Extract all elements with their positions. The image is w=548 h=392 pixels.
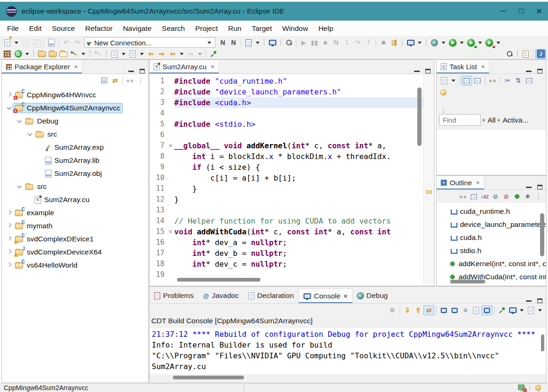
focus-workweek-icon[interactable]: ●●: [487, 76, 498, 86]
forward-history-icon[interactable]: ⇨: [185, 49, 196, 59]
open-task-icon[interactable]: [405, 38, 416, 48]
tab-task-list[interactable]: Task List ×: [437, 60, 489, 73]
tree-item-sum2array-obj[interactable]: Sum2Array.obj: [2, 167, 148, 180]
pin-console-icon[interactable]: [481, 305, 492, 315]
tab-package-explorer[interactable]: Package Explorer ×: [2, 60, 82, 73]
open-task-dropdown[interactable]: [418, 42, 422, 44]
back-history-dropdown[interactable]: [180, 53, 184, 55]
task-filter-all[interactable]: All: [488, 116, 496, 124]
console-horizontal-scrollbar[interactable]: [173, 376, 244, 379]
fold-marker-icon[interactable]: ⊖: [167, 140, 174, 151]
categorized-view-icon[interactable]: [461, 76, 472, 86]
forward-history-dropdown[interactable]: [198, 53, 202, 55]
hide-fields-icon[interactable]: ⊘: [490, 192, 501, 202]
new-task-icon[interactable]: [439, 76, 450, 86]
minimize-outline-icon[interactable]: [526, 187, 532, 188]
tab-outline[interactable]: Outline ×: [437, 176, 484, 189]
step-return-icon[interactable]: ⤴: [363, 38, 374, 48]
new-wizard-dropdown[interactable]: [15, 42, 18, 44]
scheduled-view-icon[interactable]: [472, 76, 483, 86]
focus-on-active-task-icon[interactable]: ●●: [125, 76, 135, 86]
group-by-owner-icon[interactable]: ⇅: [513, 76, 524, 86]
menu-search[interactable]: Search: [157, 21, 190, 36]
maximize-button[interactable]: □: [512, 2, 530, 21]
no-inspect-icon[interactable]: [283, 38, 294, 48]
menu-project[interactable]: Project: [190, 21, 223, 36]
hide-inactive-icon[interactable]: ✳: [522, 192, 533, 202]
display-selected-console-icon[interactable]: [507, 305, 518, 315]
tab-debug[interactable]: Debug: [353, 288, 392, 303]
collapse-all-tasks-icon[interactable]: [524, 76, 534, 86]
chevron-down-icon[interactable]: [27, 131, 33, 138]
type-hierarchy-icon[interactable]: [127, 49, 138, 59]
type-hierarchy-dropdown[interactable]: [140, 53, 144, 55]
collapse-all-icon[interactable]: [99, 76, 110, 86]
terminate-icon[interactable]: ■: [320, 38, 331, 48]
minimize-task-list-icon[interactable]: [526, 71, 532, 72]
chevron-down-icon[interactable]: [16, 118, 23, 124]
profile-run-icon[interactable]: [484, 38, 495, 48]
debug-dropdown[interactable]: [442, 42, 445, 44]
build-binary-icon[interactable]: [46, 38, 57, 48]
menu-window[interactable]: Window: [277, 21, 313, 36]
display-console-dropdown[interactable]: [520, 309, 524, 312]
close-outline-icon[interactable]: ×: [476, 179, 480, 186]
step-into-icon[interactable]: ⤵: [341, 38, 352, 48]
close-button[interactable]: ✕: [530, 2, 548, 21]
checklist-dropdown[interactable]: [122, 53, 126, 55]
tree-item-cppmingw64hwnvcc[interactable]: CxCppMingw64HWnvcc: [2, 88, 148, 102]
terminate-console-icon[interactable]: ✖: [387, 305, 398, 315]
run-dropdown[interactable]: [460, 42, 464, 44]
open-perspective-icon[interactable]: [520, 49, 531, 59]
filter-expander2-icon[interactable]: [498, 118, 500, 122]
outline-horizontal-scrollbar[interactable]: [450, 280, 485, 283]
maximize-task-list-icon[interactable]: [537, 69, 542, 73]
close-console-tab-icon[interactable]: ×: [343, 292, 348, 300]
focus-icon[interactable]: ●●: [458, 192, 468, 202]
menu-edit[interactable]: Edit: [24, 21, 47, 36]
maximize-editor-icon[interactable]: [425, 69, 430, 73]
close-package-explorer-icon[interactable]: ×: [74, 63, 78, 70]
chevron-right-icon[interactable]: [6, 249, 13, 255]
remote-systems-dropdown[interactable]: [256, 42, 259, 44]
tree-item-debug[interactable]: Debug: [2, 115, 148, 128]
back-annotation-icon[interactable]: ⇦: [146, 49, 156, 59]
step-over-icon[interactable]: ↷: [352, 38, 363, 48]
tree-item-sum2array-lib[interactable]: Sum2Array.lib: [2, 154, 148, 167]
minimize-editor-icon[interactable]: [414, 71, 420, 72]
close-editor-tab-icon[interactable]: ×: [211, 63, 215, 70]
editor-vertical-scrollbar[interactable]: [417, 87, 422, 146]
outline-item-addKernel[interactable]: addKernel(int*, const int*, const int*): [437, 257, 546, 270]
remote-systems-icon[interactable]: [243, 38, 254, 48]
new-wizard-icon[interactable]: ✦: [2, 38, 13, 48]
maximize-panel-icon[interactable]: [140, 69, 145, 73]
pin-icon[interactable]: [496, 305, 507, 315]
occurrence-annotation[interactable]: [426, 190, 432, 194]
maximize-console-icon[interactable]: [537, 298, 542, 303]
filter-expander-icon[interactable]: [483, 118, 485, 122]
status-drag-handle2[interactable]: [529, 384, 531, 392]
outline-menu-icon[interactable]: ⋮: [533, 192, 544, 202]
new-connection-combo[interactable]: New Connection...: [84, 37, 215, 48]
menu-target[interactable]: Target: [246, 21, 277, 36]
suspend-icon[interactable]: ▮▮: [309, 38, 320, 48]
save-console-icon[interactable]: [438, 305, 449, 315]
link-with-editor-icon[interactable]: ⇄: [110, 76, 120, 86]
maximize-outline-icon[interactable]: [537, 185, 542, 189]
show-whitespace-icon[interactable]: ≡: [460, 305, 471, 315]
new-task-dropdown[interactable]: [452, 80, 455, 82]
open-console-icon[interactable]: [267, 38, 278, 48]
open-console-new-icon[interactable]: [526, 305, 536, 315]
back-history-icon[interactable]: ⇦: [167, 49, 178, 59]
new-cpp-project-icon[interactable]: [2, 49, 13, 59]
tab-declaration[interactable]: Declaration: [244, 288, 298, 303]
sync-tasks-icon[interactable]: ⟳: [438, 87, 449, 97]
pin-editor-icon[interactable]: [208, 49, 219, 59]
debug-icon[interactable]: [429, 38, 440, 48]
console-output[interactable]: 21:37:12 **** Rebuild of configuration D…: [150, 328, 546, 374]
chevron-down-icon[interactable]: [16, 183, 23, 190]
minimize-console-icon[interactable]: [526, 300, 532, 302]
build-queue-icon[interactable]: [516, 383, 527, 392]
new-connection-dropdown[interactable]: [207, 42, 211, 44]
view-menu-icon[interactable]: ⋮: [135, 76, 146, 86]
